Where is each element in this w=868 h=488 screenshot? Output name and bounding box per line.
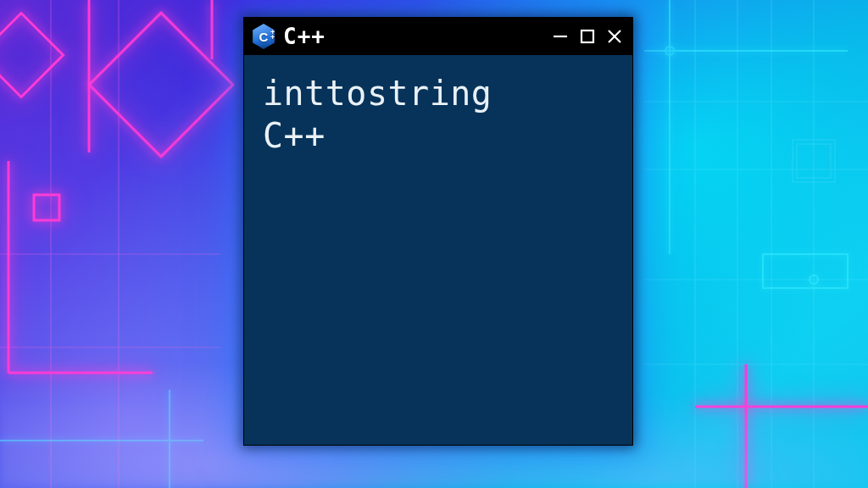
minimize-icon[interactable] — [551, 27, 570, 46]
window-body: inttostring C++ — [244, 55, 632, 445]
app-window: C ++ C++ inttostring C++ — [243, 17, 633, 446]
body-line-1: inttostring — [263, 74, 492, 113]
svg-rect-27 — [581, 30, 593, 42]
titlebar[interactable]: C ++ C++ — [244, 18, 632, 55]
body-line-2: C++ — [263, 116, 326, 155]
window-title: C++ — [283, 24, 326, 49]
close-icon[interactable] — [605, 27, 624, 46]
cpp-icon: C ++ — [251, 24, 276, 49]
maximize-icon[interactable] — [578, 27, 597, 46]
window-controls — [551, 27, 624, 46]
